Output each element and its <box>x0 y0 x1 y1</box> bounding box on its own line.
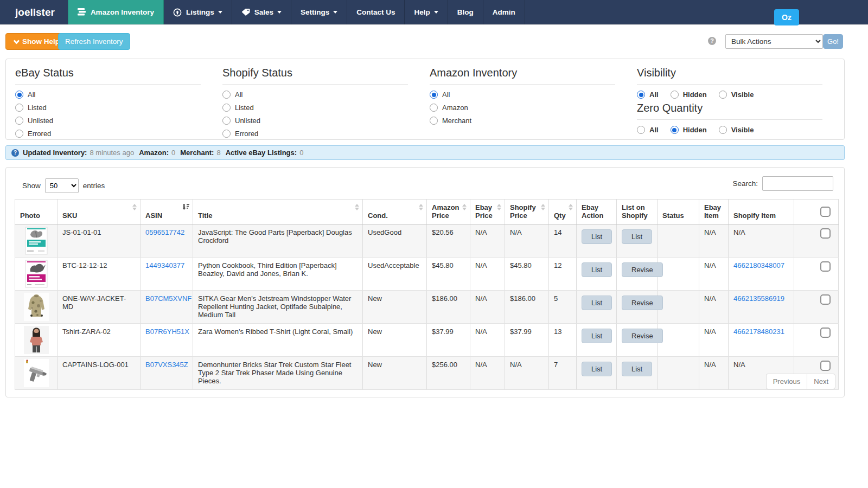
radio-icon[interactable] <box>719 126 727 134</box>
radio-label[interactable]: All <box>649 91 659 99</box>
col-header-asin[interactable]: ASIN <box>141 200 193 224</box>
shopify-revise-button[interactable]: Revise <box>622 329 663 343</box>
radio-icon[interactable] <box>671 91 679 99</box>
col-header-sku[interactable]: SKU <box>58 200 141 224</box>
info-circle-icon[interactable]: ? <box>11 149 19 157</box>
asin-link[interactable]: B07VXS345Z <box>145 361 188 369</box>
radio-option-merchant[interactable]: Merchant <box>430 117 615 125</box>
bulk-actions-select[interactable]: Bulk Actions <box>725 34 823 49</box>
radio-icon[interactable] <box>15 104 23 112</box>
nav-item-settings[interactable]: Settings <box>291 0 347 24</box>
radio-label[interactable]: All <box>235 91 242 99</box>
radio-label[interactable]: Errored <box>235 130 258 138</box>
ebay-list-button[interactable]: List <box>582 229 612 244</box>
shopify-list-button[interactable]: List <box>622 229 652 244</box>
radio-label[interactable]: All <box>28 91 35 99</box>
select-all-checkbox[interactable] <box>820 207 831 217</box>
radio-option-unlisted[interactable]: Unlisted <box>15 117 201 125</box>
radio-option-unlisted[interactable]: Unlisted <box>222 117 408 125</box>
radio-selected-icon[interactable] <box>430 91 438 99</box>
search-input[interactable] <box>762 176 833 191</box>
nav-item-blog[interactable]: Blog <box>448 0 483 24</box>
radio-icon[interactable] <box>222 91 231 99</box>
radio-option-all[interactable]: All <box>637 126 659 134</box>
ebay-list-button[interactable]: List <box>582 329 612 343</box>
radio-icon[interactable] <box>15 130 23 138</box>
sort-icon[interactable] <box>132 204 137 210</box>
radio-selected-icon[interactable] <box>637 91 645 99</box>
radio-option-all[interactable]: All <box>15 91 201 99</box>
sort-icon[interactable] <box>541 204 545 210</box>
photo-cell[interactable] <box>15 224 58 258</box>
radio-option-all[interactable]: All <box>430 91 615 99</box>
sort-icon[interactable] <box>462 204 467 210</box>
ebay-list-button[interactable]: List <box>582 296 612 310</box>
radio-label[interactable]: All <box>442 91 450 99</box>
radio-label[interactable]: Visible <box>731 91 754 99</box>
radio-option-all[interactable]: All <box>222 91 408 99</box>
photo-cell[interactable] <box>15 324 58 357</box>
shopify-revise-button[interactable]: Revise <box>622 296 663 310</box>
sort-icon[interactable] <box>419 204 423 210</box>
radio-label[interactable]: Hidden <box>683 126 707 134</box>
sort-icon[interactable] <box>569 204 573 210</box>
refresh-inventory-button[interactable]: Refresh Inventory <box>58 33 130 50</box>
nav-item-admin[interactable]: Admin <box>483 0 525 24</box>
radio-option-visible[interactable]: Visible <box>719 126 754 134</box>
nav-item-amazon-inventory[interactable]: Amazon Inventory <box>68 0 164 24</box>
shopify-item-link[interactable]: 4662135586919 <box>733 294 784 303</box>
radio-label[interactable]: Listed <box>235 104 254 112</box>
row-checkbox[interactable] <box>820 228 831 239</box>
nav-item-help[interactable]: Help <box>405 0 448 24</box>
row-checkbox[interactable] <box>820 361 831 371</box>
radio-selected-icon[interactable] <box>15 91 23 99</box>
radio-icon[interactable] <box>222 130 231 138</box>
previous-page-button[interactable]: Previous <box>766 374 807 389</box>
user-account-button[interactable]: Oz <box>774 9 799 25</box>
photo-cell[interactable] <box>15 258 58 291</box>
nav-item-listings[interactable]: Listings <box>164 0 232 24</box>
radio-label[interactable]: Unlisted <box>235 117 260 125</box>
radio-label[interactable]: Visible <box>731 126 754 134</box>
col-header-ebay-price[interactable]: Ebay Price <box>470 200 505 224</box>
radio-label[interactable]: Unlisted <box>28 117 53 125</box>
radio-label[interactable]: Merchant <box>442 117 471 125</box>
radio-label[interactable]: All <box>649 126 659 134</box>
radio-option-listed[interactable]: Listed <box>222 104 408 112</box>
help-circle-icon[interactable]: ? <box>708 37 716 45</box>
radio-icon[interactable] <box>15 117 23 125</box>
radio-option-listed[interactable]: Listed <box>15 104 201 112</box>
shopify-item-link[interactable]: 4662178480231 <box>733 328 784 336</box>
sort-ascending-icon[interactable] <box>182 203 189 212</box>
sort-icon[interactable] <box>355 204 359 210</box>
nav-item-sales[interactable]: Sales <box>232 0 291 24</box>
radio-option-amazon[interactable]: Amazon <box>430 104 615 112</box>
shopify-list-button[interactable]: List <box>622 362 652 376</box>
ebay-list-button[interactable]: List <box>582 362 612 376</box>
radio-option-hidden[interactable]: Hidden <box>671 91 707 99</box>
col-header-qty[interactable]: Qty <box>549 200 577 224</box>
row-checkbox[interactable] <box>820 294 831 305</box>
sort-icon[interactable] <box>497 204 501 210</box>
radio-label[interactable]: Amazon <box>442 104 468 112</box>
nav-item-contact-us[interactable]: Contact Us <box>347 0 405 24</box>
row-checkbox[interactable] <box>820 261 831 272</box>
radio-label[interactable]: Listed <box>28 104 47 112</box>
page-size-select[interactable]: 50 <box>45 178 79 193</box>
radio-option-errored[interactable]: Errored <box>222 130 408 138</box>
photo-cell[interactable] <box>15 357 58 390</box>
radio-icon[interactable] <box>430 104 438 112</box>
col-header-title[interactable]: Title <box>193 200 363 224</box>
radio-label[interactable]: Errored <box>28 130 51 138</box>
col-header-shopify-price[interactable]: Shopify Price <box>505 200 549 224</box>
shopify-item-link[interactable]: 4662180348007 <box>733 261 784 269</box>
radio-option-visible[interactable]: Visible <box>719 91 754 99</box>
next-page-button[interactable]: Next <box>807 374 835 389</box>
asin-link[interactable]: B07R6YH51X <box>145 328 189 336</box>
col-header-amazon-price[interactable]: Amazon Price <box>427 200 470 224</box>
brand-logo[interactable]: joelister <box>0 0 68 24</box>
asin-link[interactable]: 0596517742 <box>145 228 184 236</box>
radio-icon[interactable] <box>719 91 727 99</box>
row-checkbox[interactable] <box>820 328 831 338</box>
radio-option-hidden[interactable]: Hidden <box>671 126 707 134</box>
